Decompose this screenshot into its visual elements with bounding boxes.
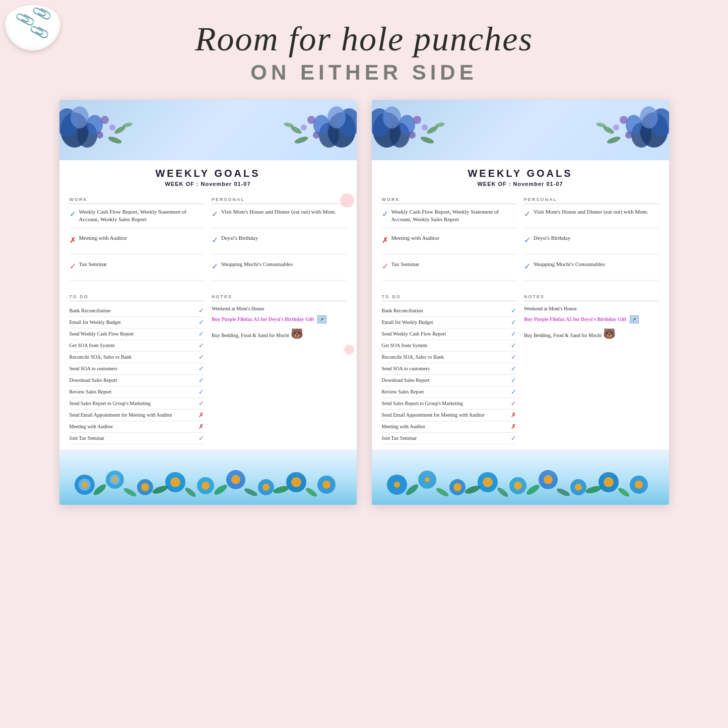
personal-goal-p2-3: ✓ Shopping Mochi's Consumables	[524, 260, 659, 281]
personal-goal-text-p2-1: Visit Mom's House and Dinner (eat out) w…	[534, 208, 648, 216]
todo-text-6: Send SOA to customers	[70, 366, 117, 371]
todo-check-10: ✗	[198, 411, 204, 419]
note-link-1[interactable]: ↗	[317, 315, 326, 324]
work-goal-text-p2-1: Weekly Cash Flow Report, Weekly Statemen…	[391, 208, 517, 224]
todo-check-8: ✓	[198, 388, 204, 396]
note-p2-item-1: Weekend at Mom's House	[524, 305, 659, 312]
todo-p2-item-9: Send Sales Report to Group's Marketing ✓	[382, 398, 517, 410]
page-title-2: WEEKLY GOALS	[382, 168, 659, 179]
personal-goals-col-1: PERSONAL ✓ Visit Mom's House and Dinner …	[212, 197, 347, 287]
todo-p2-text-9: Send Sales Report to Group's Marketing	[382, 401, 464, 406]
svg-point-73	[606, 135, 621, 145]
work-label-2: WORK	[382, 197, 517, 204]
svg-point-39	[291, 477, 301, 487]
todo-p2-check-3: ✓	[511, 330, 516, 338]
todo-check-3: ✓	[198, 330, 204, 338]
personal-goal-p2-1: ✓ Visit Mom's House and Dinner (eat out)…	[524, 208, 659, 228]
work-goal-text-1: Weekly Cash Flow Report, Weekly Statemen…	[79, 208, 205, 224]
note-link-2[interactable]: ↗	[630, 315, 639, 324]
todo-p2-check-2: ✓	[511, 318, 516, 326]
todo-check-9: ✓	[198, 400, 204, 408]
work-goal-p2-2: ✗ Meeting with Auditor	[382, 234, 517, 254]
todo-text-5: Reconcile SOA, Sales vs Bank	[70, 354, 132, 360]
personal-goal-text-2: Deysi's Birthday	[221, 234, 258, 242]
notes-col-2: NOTES Weekend at Mom's House Buy Purple …	[524, 294, 659, 444]
svg-point-3	[71, 106, 89, 128]
svg-point-46	[213, 483, 228, 496]
todo-item-10: Send Email Appointment for Meeting with …	[70, 410, 205, 421]
note-p2-item-3: Buy Bedding, Food & Sand for Mochi 🐻	[524, 326, 659, 341]
todo-p2-item-3: Send Weekly Cash Flow Report ✓	[382, 328, 517, 340]
todo-p2-text-1: Bank Reconciliation	[382, 308, 423, 313]
personal-goal-text-3: Shopping Mochi's Consumables	[221, 260, 293, 268]
todo-text-4: Get SOA from System	[70, 343, 115, 348]
main-title-caps: ON EITHER SIDE	[0, 60, 728, 85]
svg-point-7	[96, 131, 103, 139]
check-icon-personal-3: ✓	[212, 261, 218, 271]
svg-point-21	[294, 135, 309, 145]
todo-check-6: ✓	[198, 365, 204, 373]
todo-text-12: Join Tax Seminar	[70, 435, 105, 441]
todo-p2-text-10: Send Email Appointment for Meeting with …	[382, 412, 485, 418]
notes-label-1: NOTES	[212, 294, 347, 301]
weekly-goals-page-1: WEEKLY GOALS WEEK OF : November 01-07 WO…	[59, 100, 357, 505]
svg-point-79	[453, 483, 461, 491]
svg-point-17	[301, 124, 307, 130]
paper-clips-decoration: 📎📎📎	[5, 5, 65, 65]
svg-point-87	[575, 484, 582, 491]
svg-point-35	[231, 475, 240, 484]
svg-point-85	[544, 475, 553, 484]
work-goal-text-p2-2: Meeting with Auditor	[391, 234, 439, 242]
todo-p2-item-7: Download Sales Report ✓	[382, 375, 517, 386]
personal-goal-p2-2: ✓ Deysi's Birthday	[524, 234, 659, 254]
svg-point-68	[620, 116, 628, 124]
weekly-goals-page-2: WEEKLY GOALS WEEK OF : November 01-07 WO…	[372, 100, 669, 505]
svg-point-97	[556, 487, 571, 497]
todo-text-8: Review Sales Report	[70, 389, 112, 394]
check-icon-personal-p2-3: ✓	[524, 261, 531, 271]
todo-p2-text-8: Review Sales Report	[382, 389, 424, 394]
svg-point-24	[82, 482, 88, 488]
page-title-1: WEEKLY GOALS	[70, 168, 347, 179]
week-of-2: WEEK OF : November 01-07	[382, 181, 659, 187]
todo-check-12: ✓	[198, 434, 204, 442]
pages-container: WEEKLY GOALS WEEK OF : November 01-07 WO…	[0, 85, 728, 515]
todo-p2-text-11: Meeting with Auditor	[382, 424, 426, 429]
work-goal-text-p2-3: Tax Seminar	[391, 260, 420, 268]
todo-item-1: Bank Reconciliation ✓	[70, 305, 205, 317]
svg-point-43	[122, 486, 137, 498]
work-label-1: WORK	[70, 197, 205, 204]
pink-circle-1	[340, 193, 354, 208]
todo-text-2: Email for Weekly Budget	[70, 319, 121, 325]
todo-text-7: Download Sales Report	[70, 377, 117, 383]
svg-point-93	[435, 486, 449, 498]
bear-icon: 🐻	[291, 326, 303, 341]
work-goal-text-3: Tax Seminar	[79, 260, 107, 268]
check-icon-work-p2-1: ✓	[382, 209, 388, 219]
todo-check-4: ✓	[198, 342, 204, 350]
page-header-1: WEEKLY GOALS WEEK OF : November 01-07	[59, 160, 357, 192]
floral-bottom-1	[59, 449, 357, 505]
svg-point-89	[604, 477, 614, 487]
personal-goal-text-p2-3: Shopping Mochi's Consumables	[534, 260, 605, 268]
todo-p2-text-12: Join Tax Seminar	[382, 435, 417, 441]
todo-item-2: Email for Weekly Budget ✓	[70, 317, 205, 328]
check-icon-personal-2: ✓	[212, 235, 218, 245]
todo-text-1: Bank Reconciliation	[70, 308, 111, 313]
todo-p2-check-12: ✓	[511, 434, 516, 442]
todo-label-2: TO DO	[382, 294, 517, 301]
page-header-2: WEEKLY GOALS WEEK OF : November 01-07	[372, 160, 669, 192]
svg-point-37	[262, 484, 270, 491]
work-goal-2: ✗ Meeting with Auditor	[70, 234, 205, 254]
week-of-1: WEEK OF : November 01-07	[70, 181, 347, 187]
svg-point-69	[613, 124, 619, 130]
todo-p2-item-1: Bank Reconciliation ✓	[382, 305, 517, 317]
svg-point-5	[101, 116, 109, 124]
todo-label-1: TO DO	[70, 294, 205, 301]
work-goals-col-1: WORK ✓ Weekly Cash Flow Report, Weekly S…	[70, 197, 205, 287]
personal-label-2: PERSONAL	[524, 197, 659, 204]
todo-item-5: Reconcile SOA, Sales vs Bank ✓	[70, 352, 205, 363]
todo-p2-item-6: Send SOA to customers ✓	[382, 363, 517, 375]
todo-item-7: Download Sales Report ✓	[70, 375, 205, 386]
goals-section-2: WORK ✓ Weekly Cash Flow Report, Weekly S…	[382, 197, 659, 287]
